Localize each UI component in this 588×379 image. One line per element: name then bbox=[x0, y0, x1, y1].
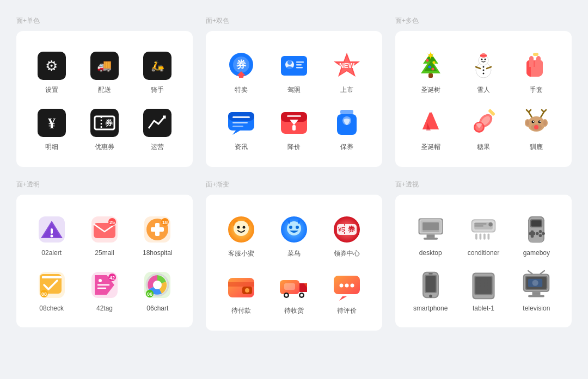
svg-rect-175 bbox=[485, 282, 488, 284]
svg-rect-56 bbox=[420, 129, 442, 135]
svg-point-73 bbox=[543, 120, 547, 126]
svg-rect-38 bbox=[428, 73, 433, 78]
television-icon bbox=[521, 270, 552, 300]
svg-point-15 bbox=[286, 66, 293, 70]
svg-text:08: 08 bbox=[41, 291, 47, 297]
svg-rect-32 bbox=[287, 115, 301, 117]
svg-text:42: 42 bbox=[109, 275, 115, 281]
coupon-icon: 券 bbox=[89, 108, 120, 138]
section-xray: 面+透视 bbox=[395, 180, 572, 331]
icon-label: 保养 bbox=[340, 142, 353, 152]
svg-rect-17 bbox=[296, 64, 302, 66]
svg-point-40 bbox=[432, 61, 435, 64]
section-label-transparent: 面+透明 bbox=[16, 180, 193, 189]
svg-rect-12 bbox=[281, 56, 307, 76]
svg-point-131 bbox=[345, 284, 349, 288]
logistics-icon bbox=[279, 214, 309, 245]
section-label-gradient: 面+渐变 bbox=[206, 180, 382, 189]
svg-rect-127 bbox=[284, 283, 295, 290]
list-item: ⚙ 设置 bbox=[25, 44, 78, 101]
list-item: smartphone bbox=[404, 263, 457, 319]
section-dual: 面+双色 券 特卖 bbox=[206, 16, 382, 167]
payment-icon bbox=[226, 271, 256, 302]
svg-text:25: 25 bbox=[109, 220, 115, 225]
list-item: 18 18hospital bbox=[131, 208, 184, 263]
svg-point-107 bbox=[237, 226, 240, 229]
discount-icon bbox=[279, 108, 309, 138]
hospital-icon: 18 bbox=[142, 214, 173, 245]
svg-text:¥5: ¥5 bbox=[338, 226, 345, 233]
svg-point-132 bbox=[351, 284, 354, 288]
svg-point-121 bbox=[245, 288, 249, 293]
conditioner-icon bbox=[468, 214, 499, 245]
list-item: 券 特卖 bbox=[215, 44, 267, 101]
svg-point-95 bbox=[99, 279, 102, 282]
svg-rect-149 bbox=[487, 233, 489, 239]
mail-icon: 25 bbox=[89, 214, 120, 245]
list-item: 资讯 bbox=[215, 101, 267, 158]
icon-label: 糖果 bbox=[477, 142, 490, 152]
svg-rect-136 bbox=[426, 234, 434, 238]
icon-label: 客服小蜜 bbox=[228, 249, 254, 258]
xmas-hat-icon bbox=[415, 108, 446, 138]
list-item: 42 42tag bbox=[78, 263, 131, 319]
svg-rect-187 bbox=[528, 295, 544, 297]
svg-rect-178 bbox=[485, 285, 488, 287]
svg-point-102 bbox=[153, 281, 162, 289]
delivery-icon: 🚚 bbox=[89, 51, 120, 81]
svg-point-156 bbox=[539, 230, 542, 233]
section-label-dual: 面+双色 bbox=[206, 16, 382, 26]
svg-point-47 bbox=[484, 59, 486, 60]
icon-label: 明细 bbox=[45, 142, 58, 152]
list-item: NEW 上市 bbox=[321, 44, 373, 101]
svg-rect-186 bbox=[532, 292, 541, 295]
svg-point-106 bbox=[234, 221, 249, 236]
svg-point-126 bbox=[300, 294, 303, 297]
svg-rect-165 bbox=[428, 274, 432, 275]
voucher-icon: 券 ¥5 bbox=[332, 214, 362, 245]
icon-label: 圣诞帽 bbox=[421, 142, 440, 152]
license-icon bbox=[279, 51, 309, 81]
list-item: 菜鸟 bbox=[267, 208, 320, 265]
svg-rect-170 bbox=[476, 279, 480, 281]
icon-label: 25mail bbox=[95, 249, 114, 257]
icon-label: conditioner bbox=[468, 249, 500, 257]
svg-point-189 bbox=[532, 280, 538, 286]
tag-icon: 42 bbox=[89, 270, 120, 300]
candy-icon bbox=[468, 108, 499, 138]
icon-label: 驯鹿 bbox=[530, 142, 543, 152]
svg-rect-138 bbox=[422, 222, 439, 231]
detail-icon: ¥ bbox=[36, 108, 67, 138]
svg-text:券: 券 bbox=[347, 225, 356, 233]
svg-rect-119 bbox=[228, 282, 254, 287]
icon-label: 配送 bbox=[98, 85, 111, 95]
svg-rect-49 bbox=[480, 55, 487, 57]
list-item: 🛵 骑手 bbox=[131, 44, 184, 101]
icon-label: 骑手 bbox=[151, 85, 164, 95]
icon-label: 驾照 bbox=[287, 85, 301, 95]
settings-icon: ⚙ bbox=[36, 51, 67, 81]
list-item: television bbox=[510, 263, 563, 319]
alert-icon bbox=[36, 214, 67, 245]
sale-icon: 券 bbox=[226, 51, 256, 81]
svg-rect-26 bbox=[232, 126, 243, 127]
svg-rect-148 bbox=[483, 233, 486, 239]
icon-sections: 面+单色 ⚙ 设置 🚚 配送 bbox=[16, 16, 572, 331]
svg-rect-55 bbox=[533, 53, 538, 56]
icon-label: 上市 bbox=[340, 85, 353, 95]
svg-point-65 bbox=[534, 125, 538, 129]
xmas-tree-icon bbox=[415, 51, 446, 81]
section-label-xray: 面+透视 bbox=[395, 180, 572, 189]
icon-label: 待收货 bbox=[284, 306, 304, 315]
svg-text:06: 06 bbox=[147, 291, 152, 297]
svg-line-184 bbox=[528, 271, 532, 274]
svg-rect-16 bbox=[296, 61, 304, 63]
icon-label: tablet-1 bbox=[473, 305, 494, 312]
svg-point-57 bbox=[428, 108, 433, 113]
operations-icon bbox=[142, 108, 173, 138]
icon-label: 领券中心 bbox=[334, 249, 360, 258]
list-item: 待收货 bbox=[267, 265, 320, 322]
svg-rect-146 bbox=[475, 233, 477, 239]
svg-rect-86 bbox=[151, 227, 164, 232]
svg-marker-27 bbox=[232, 131, 240, 135]
